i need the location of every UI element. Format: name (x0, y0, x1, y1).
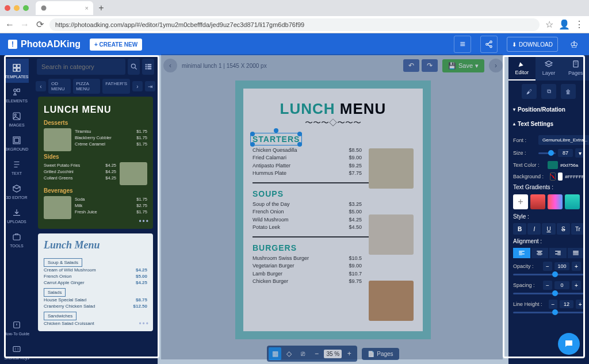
template-card[interactable]: LUNCH MENU DessertsTiramisu$1.75Blackber… (38, 97, 153, 229)
minimize-icon[interactable] (14, 5, 20, 11)
gradient-swatch[interactable] (530, 194, 545, 209)
align-right-button[interactable] (549, 248, 567, 258)
sidebar-item-bkground[interactable]: BKGROUND (5, 131, 28, 155)
opacity-value[interactable]: 100 (554, 262, 569, 270)
style-underline-button[interactable]: U (542, 223, 555, 235)
maximize-icon[interactable] (23, 5, 29, 11)
category-chip[interactable]: PIZZA MENU (73, 79, 100, 94)
lineheight-slider[interactable] (513, 312, 584, 313)
add-gradient-button[interactable]: + (513, 194, 528, 209)
undo-button[interactable]: ↶ (403, 59, 419, 72)
size-slider[interactable] (538, 152, 556, 154)
close-icon[interactable] (5, 5, 10, 11)
duplicate-icon[interactable]: ⧉ (541, 84, 556, 99)
paint-roller-icon[interactable]: 🖌 (522, 84, 537, 99)
forward-button[interactable]: → (20, 20, 30, 30)
pages-button[interactable]: 📄 Pages (362, 348, 399, 360)
zoom-level[interactable]: 35 % (324, 350, 342, 358)
more-icon[interactable]: ••• (139, 217, 150, 225)
prev-page-button[interactable]: ‹ (163, 59, 177, 72)
share-icon[interactable] (480, 36, 498, 53)
style-transform-button[interactable]: Tr (571, 223, 584, 235)
size-value[interactable]: 87 (558, 149, 573, 157)
sidebar-item-templates[interactable]: TEMPLATES (5, 59, 28, 83)
download-icon: ⬇ (512, 41, 517, 48)
text-color-swatch[interactable] (548, 161, 558, 169)
chips-prev-button[interactable]: ‹ (36, 81, 46, 91)
chess-icon[interactable]: ♔ (567, 39, 581, 50)
tab-editor[interactable]: Editor (508, 55, 536, 81)
template-card[interactable]: Lunch Menu Soup & SaladsCream of Wild Mu… (38, 233, 153, 331)
position-rotation-section[interactable]: Position/Rotation (513, 105, 584, 114)
category-chip[interactable]: OD MENU (48, 79, 71, 94)
notes-icon[interactable]: ≡ (454, 36, 471, 53)
browser-tab[interactable]: × (36, 1, 93, 15)
reload-button[interactable]: ⟳ (35, 20, 45, 30)
sidebar-item-tools[interactable]: TOOLS (5, 228, 28, 252)
tab-close-icon[interactable]: × (85, 5, 89, 12)
app-logo[interactable]: ! PhotoADKing (8, 39, 81, 49)
size-dropdown-icon[interactable]: ▾ (575, 148, 584, 158)
zoom-in-button[interactable]: + (343, 347, 355, 360)
present-icon[interactable]: ⎚ (296, 347, 309, 360)
next-page-button[interactable]: › (489, 59, 503, 72)
gradient-swatch[interactable] (565, 194, 580, 209)
category-chip[interactable]: FATHER'S (102, 79, 130, 94)
chips-filter-icon[interactable]: ⇥ (145, 81, 155, 91)
align-justify-button[interactable] (568, 248, 585, 258)
style-strike-button[interactable]: S (557, 223, 570, 235)
sidebar-item-images[interactable]: IMAGES (5, 107, 28, 131)
sidebar-item-text[interactable]: TEXT (5, 155, 28, 179)
more-icon[interactable]: ••• (139, 320, 150, 328)
spacing-plus-button[interactable]: + (572, 281, 581, 290)
style-italic-button[interactable]: I (527, 223, 541, 235)
text-settings-section[interactable]: Text Settings (513, 119, 584, 129)
download-button[interactable]: ⬇ DOWNLOAD (507, 37, 558, 52)
sidebar-item-3d editor[interactable]: 3D EDITOR (5, 179, 28, 204)
tab-layer[interactable]: Layer (536, 55, 563, 81)
spacing-slider[interactable] (513, 293, 584, 294)
spacing-value[interactable]: 0 (554, 281, 569, 289)
sidebar-item-elements[interactable]: ELEMENTS (5, 83, 28, 107)
trash-icon[interactable]: 🗑 (561, 84, 576, 99)
lineheight-minus-button[interactable]: − (549, 300, 557, 309)
search-input[interactable] (37, 59, 125, 75)
style-bold-button[interactable]: B (513, 223, 526, 235)
lineheight-plus-button[interactable]: + (576, 300, 584, 309)
gradient-swatch[interactable] (548, 194, 563, 209)
tab-pages[interactable]: Pages (562, 55, 589, 81)
font-select[interactable]: GemunuLibre_Extra... (538, 135, 589, 145)
save-button[interactable]: 💾 Save ▾ (442, 59, 484, 72)
align-left-button[interactable] (513, 248, 530, 258)
opacity-minus-button[interactable]: − (543, 262, 552, 271)
chips-next-button[interactable]: › (132, 81, 143, 91)
document-name[interactable]: minimal lunch 1 | 1545 X 2000 px (182, 63, 399, 69)
menu-icon[interactable]: ⋮ (574, 20, 584, 30)
svg-rect-7 (17, 68, 20, 71)
spacing-minus-button[interactable]: − (543, 281, 552, 290)
zoom-out-button[interactable]: − (310, 347, 323, 360)
profile-icon[interactable]: 👤 (559, 20, 569, 30)
bg-color-swatch[interactable] (558, 173, 563, 181)
back-button[interactable]: ← (5, 20, 15, 30)
align-center-button[interactable] (531, 248, 549, 258)
new-tab-button[interactable]: + (95, 2, 107, 14)
opacity-slider[interactable] (513, 274, 584, 275)
sidebar-item-how-to-guide[interactable]: How-To Guide (4, 316, 29, 340)
canvas-document[interactable]: LUNCH MENU〜〜〜◇〜〜〜STARTERSChicken Quesadi… (235, 81, 431, 339)
bg-hex: #FFFFFF (565, 174, 584, 179)
bookmark-icon[interactable]: ☆ (544, 20, 554, 30)
lineheight-value[interactable]: 12 (560, 300, 573, 308)
search-icon[interactable] (128, 59, 140, 75)
create-new-button[interactable]: + CREATE NEW (90, 39, 142, 51)
grid-view-icon[interactable]: ▦ (269, 347, 281, 360)
sidebar-item-shortcut-keys[interactable]: Shortcut Keys (4, 340, 29, 364)
eraser-icon[interactable]: ◇ (282, 347, 295, 360)
sidebar-item-uploads[interactable]: UPLOADS (5, 204, 28, 228)
bg-none-swatch[interactable] (550, 173, 556, 181)
opacity-plus-button[interactable]: + (572, 262, 581, 271)
list-view-icon[interactable] (142, 59, 154, 75)
url-input[interactable]: https://photoadking.com/app/#/editor/1ym… (49, 18, 540, 31)
redo-button[interactable]: ↷ (422, 59, 438, 72)
chat-fab[interactable] (558, 333, 580, 355)
